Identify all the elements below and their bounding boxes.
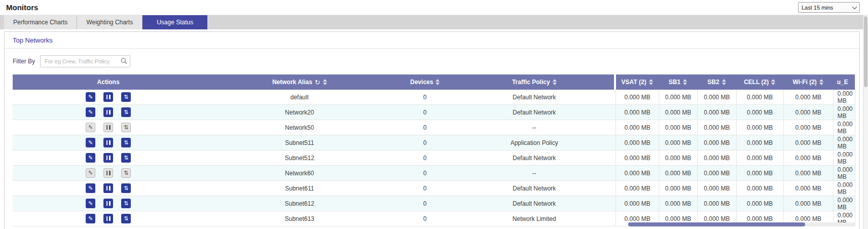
shift-priority-button[interactable]: ⇅ [121, 92, 131, 102]
ue-usage-cell: 0.000 MB [833, 135, 855, 150]
pause-icon [106, 216, 111, 221]
edit-button[interactable]: ✎ [86, 153, 95, 163]
cell-usage-cell: 0.000 MB [736, 135, 783, 150]
horizontal-scrollbar[interactable] [628, 222, 855, 226]
vertical-scrollbar-thumb[interactable] [864, 16, 867, 87]
pause-button[interactable] [103, 168, 113, 178]
devices-cell: 0 [395, 135, 455, 150]
sort-icon[interactable] [323, 79, 327, 85]
time-range-select[interactable]: Last 15 mins [798, 2, 860, 13]
vsat-usage-cell: 0.000 MB [616, 120, 658, 135]
pause-button[interactable] [103, 153, 113, 163]
column-header-vsat[interactable]: VSAT (2) [616, 74, 659, 90]
column-header-network-alias[interactable]: Network Alias ↻ [204, 74, 395, 90]
devices-cell: 0 [395, 150, 455, 165]
shift-priority-button[interactable]: ⇅ [121, 138, 131, 147]
edit-button[interactable]: ✎ [86, 123, 95, 132]
devices-cell: 0 [395, 211, 455, 226]
column-header-ue[interactable]: u_E [833, 74, 855, 90]
ue-usage-cell: 0.000 MB [833, 90, 855, 104]
sb1-usage-cell: 0.000 MB [659, 181, 697, 196]
sort-icon[interactable] [436, 79, 440, 85]
ue-usage-cell: 0.000 MB [833, 150, 855, 165]
wifi-usage-cell: 0.000 MB [783, 105, 833, 120]
shift-priority-button[interactable]: ⇅ [121, 214, 131, 223]
table-row[interactable]: ✎ ⇅ Subnet512 0 Default Network 0.000 MB… [13, 150, 855, 166]
edit-button[interactable]: ✎ [86, 138, 95, 147]
table-row[interactable]: ✎ ⇅ Subnet612 0 Default Network 0.000 MB… [13, 196, 855, 211]
sort-icon[interactable] [649, 79, 653, 85]
vsat-usage-cell: 0.000 MB [616, 135, 658, 150]
pause-icon [106, 186, 111, 190]
filter-input[interactable] [40, 55, 130, 67]
network-alias-cell: Network20 [204, 105, 395, 120]
shift-priority-button[interactable]: ⇅ [121, 183, 131, 193]
ue-usage-cell: 0.000 MB [833, 166, 855, 180]
traffic-policy-cell: Default Network [455, 150, 614, 165]
pause-button[interactable] [103, 92, 113, 102]
tabs-bar: Performance Charts Weighting Charts Usag… [0, 15, 868, 29]
table-row[interactable]: ✎ ⇅ default 0 Default Network 0.000 MB 0… [13, 90, 855, 105]
refresh-icon[interactable]: ↻ [315, 79, 320, 86]
edit-button[interactable]: ✎ [86, 168, 95, 178]
pause-button[interactable] [103, 199, 113, 208]
table-row[interactable]: ✎ ⇅ Network50 0 -- 0.000 MB 0.000 MB 0.0… [13, 120, 855, 135]
table-row[interactable]: ✎ ⇅ Network20 0 Default Network 0.000 MB… [13, 105, 855, 120]
network-alias-cell: Network50 [204, 120, 395, 135]
traffic-policy-cell: -- [455, 120, 614, 135]
row-actions: ✎ ⇅ [13, 181, 204, 196]
sort-icon[interactable] [771, 79, 775, 85]
pause-button[interactable] [103, 123, 113, 132]
table-row[interactable]: ✎ ⇅ Subnet611 0 Default Network 0.000 MB… [13, 181, 855, 196]
edit-icon: ✎ [88, 216, 93, 221]
vsat-usage-cell: 0.000 MB [616, 105, 658, 120]
column-header-wifi[interactable]: Wi-Fi (2) [783, 74, 833, 90]
column-header-cell[interactable]: CELL (2) [736, 74, 783, 90]
edit-icon: ✎ [88, 201, 93, 206]
edit-button[interactable]: ✎ [86, 214, 95, 223]
table-row[interactable]: ✎ ⇅ Network60 0 -- 0.000 MB 0.000 MB 0.0… [13, 166, 855, 181]
column-header-traffic-policy[interactable]: Traffic Policy [455, 74, 614, 90]
tab-usage-status[interactable]: Usage Status [142, 15, 207, 29]
shift-priority-button[interactable]: ⇅ [121, 153, 131, 163]
filter-row: Filter By [5, 49, 859, 73]
edit-icon: ✎ [88, 170, 93, 176]
horizontal-scrollbar-thumb[interactable] [628, 222, 805, 226]
pause-icon [106, 140, 111, 145]
swap-arrows-icon: ⇅ [124, 185, 128, 191]
column-header-devices[interactable]: Devices [395, 74, 455, 90]
edit-icon: ✎ [88, 140, 93, 145]
tab-performance-charts[interactable]: Performance Charts [4, 15, 77, 29]
shift-priority-button[interactable]: ⇅ [121, 199, 131, 208]
wifi-usage-cell: 0.000 MB [783, 166, 833, 180]
traffic-policy-cell: Default Network [455, 105, 614, 120]
edit-button[interactable]: ✎ [86, 183, 95, 193]
shift-priority-button[interactable]: ⇅ [121, 168, 131, 178]
sort-icon[interactable] [819, 79, 823, 85]
table-row[interactable]: ✎ ⇅ Subnet511 0 Application Policy 0.000… [13, 135, 855, 150]
pause-button[interactable] [103, 214, 113, 223]
pause-icon [106, 171, 111, 175]
table-body: ✎ ⇅ default 0 Default Network 0.000 MB 0… [13, 90, 855, 226]
sb2-usage-cell: 0.000 MB [697, 90, 736, 104]
edit-icon: ✎ [88, 125, 93, 130]
sort-icon[interactable] [722, 79, 726, 85]
edit-button[interactable]: ✎ [86, 199, 95, 208]
traffic-policy-cell: -- [455, 166, 614, 180]
edit-button[interactable]: ✎ [86, 92, 95, 102]
column-header-sb1[interactable]: SB1 [659, 74, 697, 90]
vertical-scrollbar[interactable] [863, 15, 868, 229]
tab-weighting-charts[interactable]: Weighting Charts [77, 15, 142, 29]
pause-button[interactable] [103, 107, 113, 117]
edit-button[interactable]: ✎ [86, 107, 95, 117]
column-header-sb2[interactable]: SB2 [697, 74, 736, 90]
sort-icon[interactable] [553, 79, 557, 85]
shift-priority-button[interactable]: ⇅ [121, 107, 131, 117]
traffic-policy-cell: Default Network [455, 90, 614, 104]
sort-icon[interactable] [683, 79, 687, 85]
search-icon[interactable] [121, 58, 127, 64]
shift-priority-button[interactable]: ⇅ [121, 123, 131, 132]
edit-icon: ✎ [88, 109, 93, 115]
pause-button[interactable] [103, 183, 113, 193]
pause-button[interactable] [103, 138, 113, 147]
